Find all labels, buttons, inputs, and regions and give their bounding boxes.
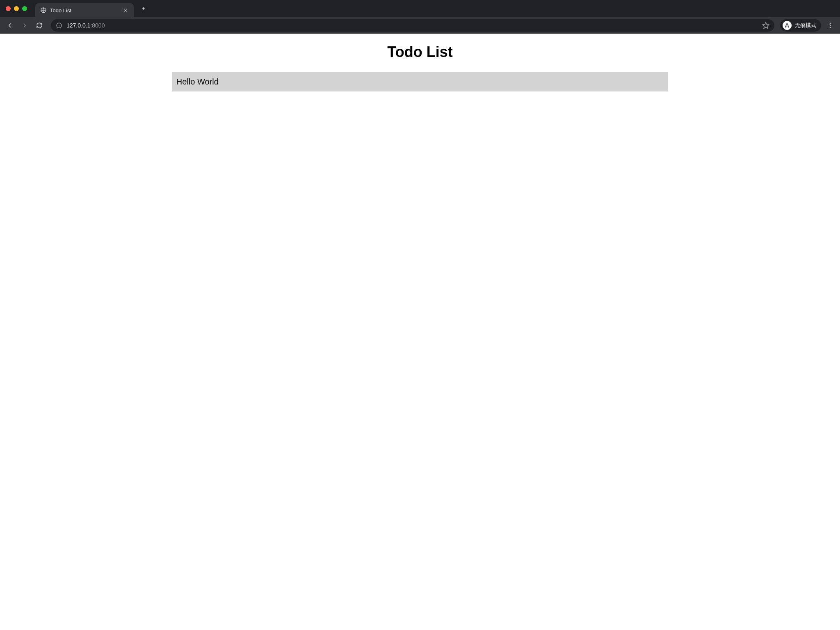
tab-bar: Todo List bbox=[0, 0, 840, 17]
new-tab-button[interactable] bbox=[138, 3, 149, 14]
svg-point-7 bbox=[830, 27, 831, 28]
browser-chrome: Todo List bbox=[0, 0, 840, 34]
bookmark-star-icon[interactable] bbox=[762, 22, 769, 29]
browser-toolbar: 127.0.0.1:8000 无痕模式 bbox=[0, 17, 840, 34]
url-port: :8000 bbox=[90, 22, 105, 29]
globe-icon bbox=[40, 7, 47, 14]
tab-title: Todo List bbox=[50, 7, 119, 14]
browser-menu-button[interactable] bbox=[824, 20, 836, 31]
svg-marker-4 bbox=[763, 23, 769, 29]
address-bar[interactable]: 127.0.0.1:8000 bbox=[51, 19, 774, 32]
page-content: Todo List Hello World bbox=[0, 34, 840, 98]
incognito-icon bbox=[783, 21, 792, 30]
window-minimize-button[interactable] bbox=[14, 6, 19, 11]
incognito-chip[interactable]: 无痕模式 bbox=[780, 19, 821, 32]
close-icon[interactable] bbox=[122, 7, 129, 14]
todo-item: Hello World bbox=[172, 72, 668, 91]
reload-button[interactable] bbox=[34, 20, 45, 31]
window-controls bbox=[3, 6, 30, 11]
url-text: 127.0.0.1:8000 bbox=[66, 22, 758, 29]
site-info-icon[interactable] bbox=[56, 22, 62, 29]
browser-tab[interactable]: Todo List bbox=[35, 3, 134, 17]
url-host: 127.0.0.1 bbox=[66, 22, 90, 29]
svg-point-5 bbox=[830, 23, 831, 24]
page-title: Todo List bbox=[0, 43, 840, 61]
svg-point-6 bbox=[830, 25, 831, 26]
forward-button[interactable] bbox=[19, 20, 30, 31]
back-button[interactable] bbox=[4, 20, 16, 31]
window-close-button[interactable] bbox=[6, 6, 11, 11]
todo-list: Hello World bbox=[172, 72, 668, 91]
incognito-label: 无痕模式 bbox=[795, 22, 816, 29]
window-maximize-button[interactable] bbox=[22, 6, 27, 11]
